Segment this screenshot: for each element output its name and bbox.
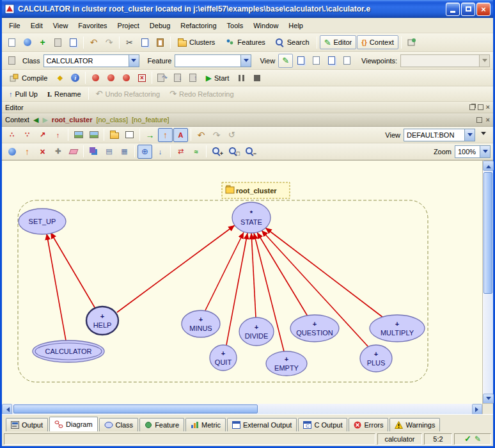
anchor-icon[interactable]: ✚ (51, 145, 65, 159)
context-toggle-button[interactable]: {}Context (357, 35, 398, 49)
new-class-tool-icon[interactable]: ∴ (4, 128, 19, 142)
clickable-view-icon[interactable] (294, 54, 308, 68)
combo-arrow-icon[interactable] (129, 55, 139, 67)
globe-icon[interactable] (4, 145, 19, 159)
class-node-PLUS[interactable]: +PLUS (360, 345, 392, 372)
toolbar-overflow-button[interactable] (491, 54, 495, 68)
info-icon[interactable]: i (68, 71, 82, 85)
run-workbench-icon[interactable] (88, 71, 103, 85)
freeze-icon[interactable]: ◆ (52, 71, 67, 85)
export-html-icon[interactable] (86, 128, 101, 142)
new-window-icon[interactable] (4, 35, 19, 49)
show-ancestors-button[interactable]: ↑ (158, 128, 173, 142)
class-combo[interactable]: CALCULATOR (43, 54, 139, 67)
menu-tools[interactable]: Tools (222, 20, 249, 31)
diagram-undo-icon[interactable]: ↶ (194, 128, 208, 142)
scroll-right-button[interactable] (472, 404, 482, 415)
tab-output[interactable]: Output (6, 418, 48, 431)
zoom-out-icon[interactable]: − (242, 145, 258, 159)
forward-icon[interactable]: ▶ (42, 116, 47, 124)
flat-view-icon[interactable] (309, 54, 324, 68)
vertical-scrollbar[interactable] (482, 161, 493, 404)
stop-debug-button[interactable] (249, 71, 264, 85)
delete-icon[interactable]: × (35, 145, 50, 159)
combo-arrow-icon[interactable] (464, 129, 475, 141)
start-button[interactable]: ▶Start (201, 71, 233, 85)
maximize-pane-icon[interactable] (478, 104, 483, 110)
save-all-icon[interactable] (66, 35, 81, 49)
color-palette-icon[interactable] (86, 145, 101, 159)
vertical-scroll-thumb[interactable] (483, 172, 492, 294)
editor-toggle-button[interactable]: ✎Editor (320, 35, 357, 49)
basic-text-view-icon[interactable]: ✎ (278, 54, 293, 68)
combo-arrow-icon[interactable] (480, 146, 490, 157)
menu-file[interactable]: File (4, 20, 26, 31)
class-node-CALCULATOR[interactable]: CALCULATOR (33, 340, 104, 362)
interface-view-icon[interactable] (340, 54, 354, 68)
scroll-left-button[interactable] (2, 404, 12, 415)
title-bar[interactable]: CALCULATOR in cluster root_cluster locat… (2, 0, 493, 18)
scroll-up-button[interactable] (483, 161, 494, 171)
eraser-icon[interactable] (66, 145, 81, 159)
inheritance-edge-MINUS-to-STATE[interactable] (205, 232, 244, 310)
zoom-in-icon[interactable]: + (209, 145, 225, 159)
tab-warnings[interactable]: Warnings (389, 418, 440, 431)
text-labels-button[interactable]: A (173, 128, 188, 142)
class-node-EMPTY[interactable]: +EMPTY (266, 351, 307, 376)
paste-icon[interactable] (153, 35, 168, 49)
new-cluster-tool-icon[interactable]: ∵ (20, 128, 35, 142)
search-button[interactable]: Search (271, 35, 314, 49)
close-button[interactable]: × (476, 3, 491, 16)
view-dropdown-button[interactable] (476, 128, 491, 142)
debug-options-icon[interactable] (119, 71, 134, 85)
external-commands-icon[interactable] (404, 35, 420, 49)
stop-application-icon[interactable]: × (134, 71, 149, 85)
back-icon[interactable]: ◀ (33, 116, 38, 124)
save-icon[interactable] (51, 35, 65, 49)
pull-up-button[interactable]: ↑Pull Up (4, 87, 42, 101)
copy-icon[interactable] (138, 35, 152, 49)
client-link-tool-icon[interactable]: ↗ (35, 128, 50, 142)
menu-view[interactable]: View (48, 20, 74, 31)
contract-view-icon[interactable] (324, 54, 339, 68)
class-node-QUIT[interactable]: +QUIT (210, 345, 237, 371)
class-node-STATE[interactable]: *STATE (232, 202, 271, 233)
tab-errors[interactable]: Errors (349, 418, 388, 431)
class-node-MINUS[interactable]: +MINUS (182, 310, 220, 337)
menu-project[interactable]: Project (113, 20, 145, 31)
step-into-icon[interactable]: ↓ (171, 71, 185, 85)
menu-debug[interactable]: Debug (145, 20, 175, 31)
undo-icon[interactable]: ↶ (86, 35, 101, 49)
diagram-view-combo[interactable]: DEFAULT:BON (404, 129, 475, 141)
tab-diagram[interactable]: Diagram (49, 417, 98, 431)
springs-icon[interactable]: ≈ (189, 145, 203, 159)
features-button[interactable]: Features (220, 35, 269, 49)
open-project-icon[interactable] (20, 35, 35, 49)
close-pane-icon[interactable]: × (486, 104, 490, 111)
cut-icon[interactable]: ✂ (122, 35, 137, 49)
show-descendants-icon[interactable]: ↑ (20, 145, 35, 159)
snapshot-icon[interactable] (122, 128, 137, 142)
feature-combo[interactable] (175, 54, 251, 67)
sort-icon[interactable]: ↓ (153, 145, 168, 159)
float-pane-icon[interactable] (469, 104, 475, 110)
inheritance-link-tool-icon[interactable]: ↑ (51, 128, 65, 142)
vertical-scroll-track[interactable] (483, 171, 493, 394)
step-out-icon[interactable]: ↑ (186, 71, 201, 85)
run-ignore-breakpoints-icon[interactable] (104, 71, 118, 85)
inheritance-edge-MULTIPLY-to-STATE[interactable] (265, 228, 383, 317)
rename-button[interactable]: I.Rename (43, 87, 86, 101)
menu-edit[interactable]: Edit (26, 20, 48, 31)
new-cluster-icon[interactable] (107, 128, 122, 142)
context-cluster[interactable]: root_cluster (52, 116, 93, 124)
combo-arrow-icon[interactable] (240, 55, 251, 67)
grid-layout-icon[interactable]: ▦ (117, 145, 132, 159)
tab-class[interactable]: Class (99, 418, 139, 431)
zoom-combo[interactable]: 100% (455, 145, 491, 158)
center-view-button[interactable]: ⊕ (138, 145, 152, 159)
tab-feature[interactable]: Feature (139, 418, 184, 431)
pause-button[interactable] (234, 71, 249, 85)
class-node-SET_UP[interactable]: SET_UP (19, 209, 66, 234)
menu-help[interactable]: Help (283, 20, 308, 31)
layout-icon[interactable]: ▤ (102, 145, 116, 159)
